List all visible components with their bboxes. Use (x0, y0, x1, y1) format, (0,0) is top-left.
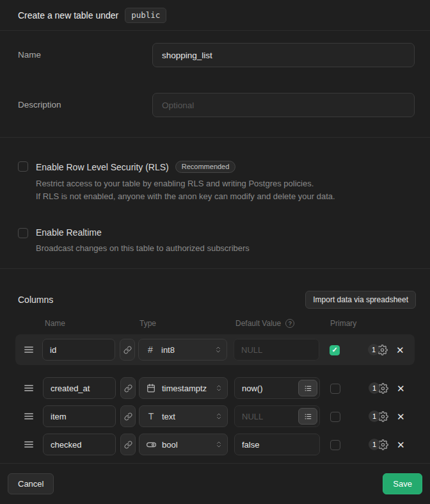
panel-footer: Cancel Save (0, 463, 430, 504)
table-description-input[interactable] (152, 93, 415, 117)
column-type-label: timestamptz (162, 384, 215, 393)
chevron-updown-icon (215, 384, 223, 393)
rls-description: Restrict access to your table by enablin… (36, 177, 335, 203)
realtime-toggle-block: Enable Realtime Broadcast changes on thi… (18, 227, 412, 255)
cancel-button[interactable]: Cancel (8, 473, 54, 494)
default-value-picker-button[interactable] (298, 408, 317, 425)
column-row-created-at: timestamptz 1 ✕ (0, 374, 430, 402)
column-type-label: int8 (161, 345, 214, 355)
column-type-label: text (162, 412, 215, 421)
rls-description-line2: If RLS is not enabled, anyone with the a… (36, 190, 335, 203)
column-header-default: Default Value ? (235, 319, 294, 328)
column-header-type: Type (139, 319, 156, 328)
settings-count-badge: 1 (369, 439, 380, 450)
column-settings-button[interactable]: 1 (369, 411, 388, 422)
chevron-updown-icon (215, 412, 223, 421)
settings-count-badge: 1 (369, 382, 380, 394)
column-name-input[interactable] (43, 434, 116, 455)
settings-count-badge: 1 (368, 344, 379, 355)
calendar-icon (146, 384, 156, 393)
rls-checkbox[interactable] (18, 161, 28, 172)
column-type-select[interactable]: # int8 (138, 339, 227, 361)
schema-badge: public (125, 8, 166, 23)
rls-body: Enable Row Level Security (RLS) Recommen… (36, 161, 335, 203)
foreign-key-button[interactable] (120, 434, 136, 455)
primary-checkbox[interactable] (330, 412, 340, 422)
panel-title: Create a new table under (18, 10, 118, 20)
name-label: Name (18, 43, 152, 60)
column-type-select[interactable]: timestamptz (139, 377, 228, 399)
columns-header-row: Name Type Default Value ? Primary (0, 319, 430, 330)
column-settings-button[interactable]: 1 (369, 382, 388, 394)
description-label: Description (18, 93, 152, 110)
foreign-key-button[interactable] (120, 339, 135, 361)
list-icon (304, 384, 312, 393)
remove-column-button[interactable]: ✕ (397, 440, 405, 450)
realtime-checkbox[interactable] (18, 228, 28, 238)
help-icon[interactable]: ? (285, 319, 294, 328)
table-info-section: Name Description (0, 31, 430, 138)
column-row-checked: bool 1 ✕ (0, 430, 430, 459)
realtime-body: Enable Realtime Broadcast changes on thi… (36, 227, 250, 255)
column-default-input[interactable] (234, 434, 320, 455)
hash-icon: # (145, 345, 155, 355)
remove-column-button[interactable]: ✕ (396, 345, 404, 355)
link-icon (124, 384, 132, 393)
column-row-item: T text 1 ✕ (0, 402, 430, 430)
foreign-key-button[interactable] (120, 405, 136, 427)
drag-handle-icon[interactable] (24, 385, 33, 391)
columns-title: Columns (18, 295, 53, 305)
toggles-section: Enable Row Level Security (RLS) Recommen… (0, 138, 430, 269)
chevron-updown-icon (214, 345, 222, 354)
table-name-input[interactable] (152, 43, 415, 67)
column-type-select[interactable]: T text (139, 405, 228, 427)
link-icon (124, 441, 132, 449)
column-row-id: # int8 ✓ 1 ✕ (15, 334, 415, 365)
column-default-input[interactable] (234, 339, 319, 361)
list-icon (304, 412, 312, 421)
name-field-row: Name (0, 43, 430, 67)
realtime-label: Enable Realtime (36, 227, 102, 238)
columns-section: Columns Import data via spreadsheet Name… (0, 269, 430, 463)
drag-handle-icon[interactable] (24, 346, 33, 353)
link-icon (124, 412, 132, 421)
drag-handle-icon[interactable] (24, 413, 33, 419)
drag-handle-icon[interactable] (24, 441, 33, 448)
column-header-name: Name (45, 319, 65, 328)
chevron-updown-icon (215, 440, 223, 449)
toggle-icon (146, 440, 156, 450)
settings-count-badge: 1 (369, 411, 380, 422)
column-name-input[interactable] (42, 339, 115, 361)
foreign-key-button[interactable] (120, 377, 136, 399)
primary-checkbox[interactable] (330, 440, 340, 450)
column-header-primary: Primary (330, 319, 356, 328)
rls-label: Enable Row Level Security (RLS) (36, 162, 169, 172)
column-type-select[interactable]: bool (139, 434, 228, 455)
description-field-row: Description (0, 93, 430, 117)
column-type-label: bool (162, 440, 215, 450)
create-table-panel: Create a new table under public Name Des… (0, 0, 430, 504)
column-settings-button[interactable]: 1 (368, 344, 388, 355)
column-header-default-text: Default Value (235, 319, 281, 328)
text-type-icon: T (146, 411, 156, 421)
remove-column-button[interactable]: ✕ (397, 384, 405, 393)
panel-header: Create a new table under public (0, 0, 430, 31)
link-icon (123, 346, 132, 354)
rls-description-line1: Restrict access to your table by enablin… (36, 177, 335, 190)
column-name-input[interactable] (43, 377, 116, 399)
column-settings-button[interactable]: 1 (369, 439, 388, 450)
remove-column-button[interactable]: ✕ (397, 412, 405, 421)
recommended-badge: Recommended (175, 161, 236, 173)
import-spreadsheet-button[interactable]: Import data via spreadsheet (305, 291, 416, 309)
realtime-description: Broadcast changes on this table to autho… (36, 242, 250, 255)
save-button[interactable]: Save (383, 473, 422, 494)
default-value-picker-button[interactable] (298, 380, 317, 396)
primary-checkbox[interactable] (330, 384, 340, 394)
primary-checkbox[interactable]: ✓ (330, 345, 340, 355)
column-name-input[interactable] (43, 405, 116, 427)
rls-toggle-block: Enable Row Level Security (RLS) Recommen… (18, 161, 412, 203)
